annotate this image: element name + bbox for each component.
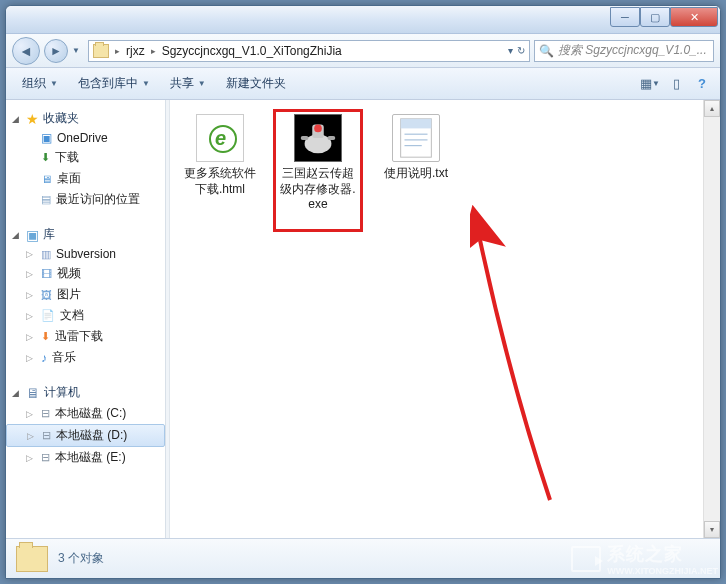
sidebar-item-disk-d[interactable]: ▷⊟ 本地磁盘 (D:)	[6, 424, 165, 447]
download-icon: ⬇	[41, 151, 50, 164]
svg-rect-3	[301, 136, 309, 140]
close-button[interactable]: ✕	[670, 7, 718, 27]
sidebar-libraries[interactable]: ◢ ▣ 库	[6, 224, 165, 245]
navigation-bar: ◄ ► ▼ ▸ rjxz ▸ Sgzyccjncxgq_V1.0_XiTongZ…	[6, 34, 720, 68]
expand-icon: ▷	[26, 290, 36, 300]
sidebar-favorites[interactable]: ◢ ★ 收藏夹	[6, 108, 165, 129]
sidebar-item-music[interactable]: ▷♪ 音乐	[6, 347, 165, 368]
help-button[interactable]: ?	[692, 74, 712, 94]
sidebar-item-videos[interactable]: ▷🎞 视频	[6, 263, 165, 284]
chevron-down-icon: ▼	[198, 79, 206, 88]
disk-icon: ⊟	[41, 451, 50, 464]
sidebar-item-onedrive[interactable]: ▣ OneDrive	[6, 129, 165, 147]
breadcrumb-current[interactable]: Sgzyccjncxgq_V1.0_XiTongZhiJia	[162, 44, 342, 58]
window-controls: ─ ▢ ✕	[610, 7, 718, 27]
address-bar[interactable]: ▸ rjxz ▸ Sgzyccjncxgq_V1.0_XiTongZhiJia …	[88, 40, 530, 62]
maximize-button[interactable]: ▢	[640, 7, 670, 27]
breadcrumb-separator-icon: ▸	[115, 46, 120, 56]
recent-icon: ▤	[41, 193, 51, 206]
search-input[interactable]: 🔍 搜索 Sgzyccjncxgq_V1.0_...	[534, 40, 714, 62]
status-bar: 3 个对象	[6, 538, 720, 578]
expand-icon: ▷	[26, 332, 36, 342]
exe-file-icon	[294, 114, 342, 162]
collapse-icon: ◢	[12, 114, 22, 124]
history-dropdown[interactable]: ▼	[72, 46, 84, 55]
computer-icon: 🖥	[26, 385, 40, 401]
file-list-pane[interactable]: 更多系统软件下载.html 三国赵云传超级内存修改器.exe	[170, 100, 703, 538]
file-label: 使用说明.txt	[376, 166, 456, 182]
sidebar-item-disk-e[interactable]: ▷⊟ 本地磁盘 (E:)	[6, 447, 165, 468]
scroll-up-button[interactable]: ▴	[704, 100, 720, 117]
desktop-icon: 🖥	[41, 173, 52, 185]
sidebar-item-disk-c[interactable]: ▷⊟ 本地磁盘 (C:)	[6, 403, 165, 424]
search-icon: 🔍	[539, 44, 554, 58]
expand-icon: ▷	[26, 453, 36, 463]
sidebar-computer[interactable]: ◢ 🖥 计算机	[6, 382, 165, 403]
file-label: 三国赵云传超级内存修改器.exe	[278, 166, 358, 213]
breadcrumb-rjxz[interactable]: rjxz	[126, 44, 145, 58]
expand-icon: ▷	[27, 431, 37, 441]
breadcrumb-separator-icon: ▸	[151, 46, 156, 56]
collapse-icon: ◢	[12, 388, 22, 398]
svn-icon: ▥	[41, 248, 51, 261]
share-menu[interactable]: 共享▼	[162, 71, 214, 96]
navigation-sidebar: ◢ ★ 收藏夹 ▣ OneDrive ⬇ 下载 🖥 桌面 ▤	[6, 100, 166, 538]
expand-icon: ▷	[26, 311, 36, 321]
include-in-library-menu[interactable]: 包含到库中▼	[70, 71, 158, 96]
disk-icon: ⊟	[41, 407, 50, 420]
new-folder-button[interactable]: 新建文件夹	[218, 71, 294, 96]
folder-icon	[93, 44, 109, 58]
chevron-down-icon: ▼	[50, 79, 58, 88]
file-item-exe[interactable]: 三国赵云传超级内存修改器.exe	[278, 114, 358, 227]
toolbar: 组织▼ 包含到库中▼ 共享▼ 新建文件夹 ▦ ▼ ▯ ?	[6, 68, 720, 100]
titlebar[interactable]: ─ ▢ ✕	[6, 6, 720, 34]
status-count: 3 个对象	[58, 550, 104, 567]
expand-icon: ▷	[26, 353, 36, 363]
sidebar-item-subversion[interactable]: ▷▥ Subversion	[6, 245, 165, 263]
video-icon: 🎞	[41, 268, 52, 280]
view-options-button[interactable]: ▦ ▼	[640, 74, 660, 94]
svg-rect-4	[328, 136, 336, 140]
txt-file-icon	[392, 114, 440, 162]
cloud-icon: ▣	[41, 131, 52, 145]
body: ◢ ★ 收藏夹 ▣ OneDrive ⬇ 下载 🖥 桌面 ▤	[6, 100, 720, 538]
explorer-window: ─ ▢ ✕ ◄ ► ▼ ▸ rjxz ▸ Sgzyccjncxgq_V1.0_X…	[5, 5, 721, 579]
sidebar-item-thunder[interactable]: ▷⬇ 迅雷下载	[6, 326, 165, 347]
folder-icon	[16, 546, 48, 572]
sidebar-item-pictures[interactable]: ▷🖼 图片	[6, 284, 165, 305]
address-dropdown-icon[interactable]: ▾	[508, 45, 513, 56]
search-placeholder: 搜索 Sgzyccjncxgq_V1.0_...	[558, 42, 707, 59]
expand-icon: ▷	[26, 269, 36, 279]
svg-rect-6	[401, 119, 432, 129]
sidebar-item-recent[interactable]: ▤ 最近访问的位置	[6, 189, 165, 210]
content-scrollbar[interactable]: ▴ ▾	[703, 100, 720, 538]
expand-icon: ▷	[26, 249, 36, 259]
svg-point-2	[314, 125, 322, 133]
sidebar-item-downloads[interactable]: ⬇ 下载	[6, 147, 165, 168]
expand-icon: ▷	[26, 409, 36, 419]
document-icon: 📄	[41, 309, 55, 322]
annotation-arrow	[470, 180, 590, 520]
preview-pane-button[interactable]: ▯	[666, 74, 686, 94]
chevron-down-icon: ▼	[142, 79, 150, 88]
minimize-button[interactable]: ─	[610, 7, 640, 27]
sidebar-item-documents[interactable]: ▷📄 文档	[6, 305, 165, 326]
back-button[interactable]: ◄	[12, 37, 40, 65]
picture-icon: 🖼	[41, 289, 52, 301]
file-item-html[interactable]: 更多系统软件下载.html	[180, 114, 260, 197]
library-icon: ▣	[26, 227, 39, 243]
organize-menu[interactable]: 组织▼	[14, 71, 66, 96]
file-item-txt[interactable]: 使用说明.txt	[376, 114, 456, 182]
scroll-down-button[interactable]: ▾	[704, 521, 720, 538]
music-icon: ♪	[41, 351, 47, 365]
html-file-icon	[196, 114, 244, 162]
disk-icon: ⊟	[42, 429, 51, 442]
star-icon: ★	[26, 111, 39, 127]
thunder-icon: ⬇	[41, 330, 50, 343]
forward-button[interactable]: ►	[44, 39, 68, 63]
file-label: 更多系统软件下载.html	[180, 166, 260, 197]
sidebar-item-desktop[interactable]: 🖥 桌面	[6, 168, 165, 189]
collapse-icon: ◢	[12, 230, 22, 240]
refresh-icon[interactable]: ↻	[517, 45, 525, 56]
